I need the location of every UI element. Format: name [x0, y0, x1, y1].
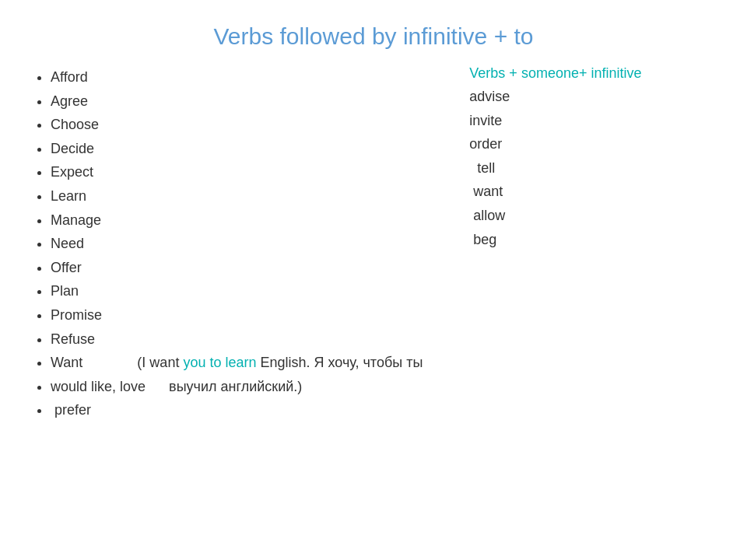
list-item: Refuse: [51, 327, 423, 352]
left-verb-list: Afford Agree Choose Decide Expect Learn …: [31, 65, 423, 422]
list-item: Decide: [51, 137, 423, 161]
right-verb-list: advise invite order tell want allow beg: [469, 85, 716, 251]
list-item: invite: [469, 109, 716, 133]
list-item: Want (I want you to learn English. Я хоч…: [51, 351, 423, 375]
page-container: Verbs followed by infinitive + to Afford…: [0, 0, 747, 560]
list-item: Need: [51, 232, 423, 256]
list-item: Offer: [51, 256, 423, 280]
right-column-header: Verbs + someone+ infinitive: [469, 65, 716, 82]
list-item: prefer: [51, 398, 423, 422]
list-item: beg: [469, 228, 716, 252]
list-item: Plan: [51, 279, 423, 303]
want-note: (I want you to learn English. Я хочу, чт…: [86, 355, 423, 370]
list-item: Learn: [51, 184, 423, 208]
right-column: Verbs + someone+ infinitive advise invit…: [423, 65, 716, 422]
list-item: tell: [469, 156, 716, 180]
list-item: Promise: [51, 303, 423, 327]
page-title: Verbs followed by infinitive + to: [31, 23, 716, 50]
left-column: Afford Agree Choose Decide Expect Learn …: [31, 65, 423, 422]
list-item: would like, love выучил английский.): [51, 375, 423, 399]
list-item: Expect: [51, 160, 423, 184]
teal-note: you to learn: [183, 355, 256, 370]
list-item: order: [469, 132, 716, 156]
list-item: Manage: [51, 208, 423, 233]
list-item: Choose: [51, 113, 423, 137]
would-like-note: выучил английский.): [149, 379, 302, 394]
list-item: Agree: [51, 89, 423, 114]
list-item: Afford: [51, 65, 423, 89]
list-item: want: [469, 180, 716, 204]
content-area: Afford Agree Choose Decide Expect Learn …: [31, 65, 716, 422]
list-item: advise: [469, 85, 716, 109]
list-item: allow: [469, 204, 716, 228]
